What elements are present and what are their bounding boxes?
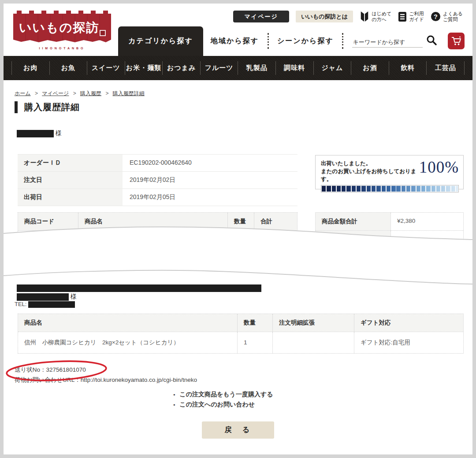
col-gift-option: ギフト対応 <box>354 314 463 332</box>
page-title-text: 購入履歴詳細 <box>24 101 80 113</box>
keyword-search <box>352 35 437 48</box>
breadcrumb-mypage[interactable]: マイページ <box>42 90 69 96</box>
nav-item-jam[interactable]: ジャム <box>313 61 351 75</box>
nav-item-rice-noodles[interactable]: お米・麺類 <box>125 61 163 75</box>
site-header: いいもの探訪 IIMONOTANBO マイページ いいもの探訪とは はじめて の… <box>4 4 472 56</box>
cart-button[interactable] <box>448 33 465 49</box>
nav-item-fish[interactable]: お魚 <box>49 61 87 75</box>
ship-date-label: 出荷日 <box>18 189 123 206</box>
breadcrumb-home[interactable]: ホーム <box>15 90 31 96</box>
nav-item-meat[interactable]: お肉 <box>11 61 49 75</box>
order-info-table: オーダーＩＤ EC190202-000462640 注文日 2019年02月02… <box>18 154 298 206</box>
nav-item-sweets[interactable]: スイーツ <box>87 61 125 75</box>
shipping-status-message: 出荷いたしました。 またのお買い上げをお待ちしております。 <box>321 159 419 183</box>
shipping-status-box: 出荷いたしました。 またのお買い上げをお待ちしております。 100% <box>315 155 464 189</box>
nav-item-sake[interactable]: お酒 <box>351 61 389 75</box>
dotted-separator <box>268 33 269 49</box>
page-title: 購入履歴詳細 <box>15 101 80 113</box>
progress-bar-fill <box>322 186 458 192</box>
order-id-label: オーダーＩＤ <box>18 155 123 171</box>
nav-item-drinks[interactable]: 飲料 <box>389 61 427 75</box>
guide-book-icon <box>398 11 407 22</box>
ship-date-value: 2019年02月05日 <box>123 189 298 206</box>
customer-name-line: 様 <box>17 129 62 137</box>
gift-option-cell: ギフト対応:自宅用 <box>354 332 463 353</box>
about-button[interactable]: いいもの探訪とは <box>296 11 353 22</box>
table-row: 出荷日 2019年02月05日 <box>18 189 298 206</box>
reorder-link[interactable]: この注文商品をもう一度購入する <box>173 389 273 399</box>
search-button[interactable] <box>426 35 437 48</box>
back-button[interactable]: 戻 る <box>202 421 274 439</box>
order-id-value: EC190202-000462640 <box>123 155 298 171</box>
mypage-button[interactable]: マイページ <box>233 11 289 22</box>
shipping-address-line <box>17 284 261 292</box>
progress-bar <box>321 185 459 192</box>
redacted-name <box>17 293 69 301</box>
redacted-address <box>17 284 261 292</box>
order-date-label: 注文日 <box>18 172 123 188</box>
beginners-link[interactable]: はじめて の方へ <box>360 11 391 22</box>
breadcrumb-separator: > <box>105 90 108 96</box>
customer-name-suffix: 様 <box>56 129 62 137</box>
category-nav: お肉 お魚 スイーツ お米・麺類 おつまみ フルーツ 乳製品 調味料 ジャム お… <box>4 56 472 80</box>
guide-label: ご利用 ガイド <box>409 11 424 22</box>
page-frame: いいもの探訪 IIMONOTANBO マイページ いいもの探訪とは はじめて の… <box>0 0 476 458</box>
table-row: 信州 小柳農園コシヒカリ 2kg×2セット（コシヒカリ） 1 ギフト対応:自宅用 <box>18 332 463 353</box>
col-order-detail-ext: 注文明細拡張 <box>272 314 354 332</box>
progress-percent: 100% <box>419 159 459 175</box>
nav-item-fruits[interactable]: フルーツ <box>200 61 238 75</box>
breadcrumb-separator: > <box>35 90 38 96</box>
nav-item-snacks[interactable]: おつまみ <box>162 61 200 75</box>
tracking-inquiry-url[interactable]: 荷物お問い合わせURL：http://toi.kuronekoyamato.co… <box>15 375 197 385</box>
tracking-slip-number: 送り状No：327561801070 <box>15 365 197 375</box>
search-icon <box>426 35 437 45</box>
order-action-links: この注文商品をもう一度購入する この注文へのお問い合わせ <box>173 389 273 410</box>
page-cut-wave <box>4 220 472 291</box>
table-row: 注文日 2019年02月02日 <box>18 172 298 189</box>
breadcrumb: ホーム > マイページ > 購入履歴 > 購入履歴詳細 <box>15 90 145 97</box>
breadcrumb-purchase-history[interactable]: 購入履歴 <box>80 90 101 96</box>
guide-link[interactable]: ご利用 ガイド <box>398 11 424 22</box>
search-tab-row: カテゴリから探す 地域から探す シーンから探す <box>4 26 472 56</box>
header-utilities: マイページ いいもの探訪とは はじめて の方へ <box>233 11 463 22</box>
nav-item-seasoning[interactable]: 調味料 <box>275 61 313 75</box>
order-date-value: 2019年02月02日 <box>123 172 298 188</box>
tel-label: TEL: <box>15 301 26 307</box>
faq-link[interactable]: ? よくある ご質問 <box>431 11 463 22</box>
beginner-mark-icon <box>360 11 369 22</box>
beginners-label: はじめて の方へ <box>372 11 391 22</box>
order-detail-ext-cell <box>272 332 354 353</box>
cart-icon <box>451 36 461 46</box>
title-accent-bar <box>15 101 18 113</box>
breadcrumb-purchase-history-detail[interactable]: 購入履歴詳細 <box>113 90 145 96</box>
search-input[interactable] <box>352 37 423 48</box>
redacted-customer-name <box>17 130 54 137</box>
col-product-name: 商品名 <box>18 314 237 332</box>
order-inquiry-link[interactable]: この注文へのお問い合わせ <box>173 399 273 410</box>
quantity-cell: 1 <box>237 332 272 353</box>
table-row: オーダーＩＤ EC190202-000462640 <box>18 155 298 172</box>
svg-text:?: ? <box>434 13 438 20</box>
tracking-info: 送り状No：327561801070 荷物お問い合わせURL：http://to… <box>15 365 197 385</box>
table-header-row: 商品名 数量 注文明細拡張 ギフト対応 <box>18 314 463 332</box>
col-quantity: 数量 <box>237 314 272 332</box>
tab-region-search[interactable]: 地域から探す <box>211 37 259 46</box>
faq-label: よくある ご質問 <box>443 11 463 22</box>
tab-scene-search[interactable]: シーンから探す <box>277 37 334 46</box>
main-content: ホーム > マイページ > 購入履歴 > 購入履歴詳細 購入履歴詳細 様 オーダ… <box>4 80 472 454</box>
nav-item-crafts[interactable]: 工芸品 <box>426 61 465 75</box>
product-name-cell: 信州 小柳農園コシヒカリ 2kg×2セット（コシヒカリ） <box>18 332 237 353</box>
shipping-name-line: 様 <box>17 293 77 301</box>
tab-category-search[interactable]: カテゴリから探す <box>118 26 203 56</box>
order-detail-table: 商品名 数量 注文明細拡張 ギフト対応 信州 小柳農園コシヒカリ 2kg×2セッ… <box>18 314 464 354</box>
question-icon: ? <box>431 11 441 22</box>
redacted-phone <box>28 301 75 308</box>
shipping-tel-line: TEL: <box>15 301 75 308</box>
dotted-separator <box>342 33 343 49</box>
nav-item-dairy[interactable]: 乳製品 <box>238 61 275 75</box>
breadcrumb-separator: > <box>73 90 76 96</box>
shipping-name-suffix: 様 <box>71 293 77 300</box>
